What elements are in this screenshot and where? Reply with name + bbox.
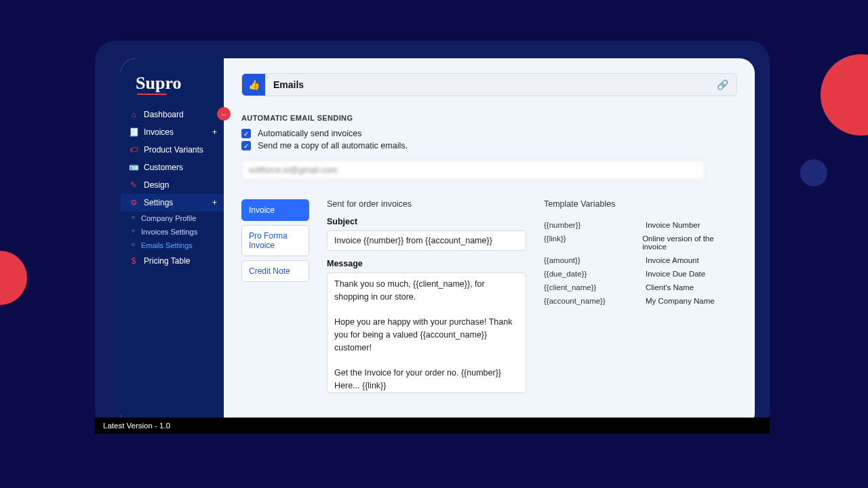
invoice-icon: 🧾 bbox=[129, 127, 138, 137]
tab-invoice[interactable]: Invoice bbox=[241, 199, 309, 221]
sidebar-item-label: Product Variants bbox=[144, 145, 203, 155]
collapse-sidebar-button[interactable]: ← bbox=[217, 107, 231, 121]
main-content: 👍 Emails 🔗 AUTOMATIC EMAIL SENDING ✓ Aut… bbox=[224, 58, 755, 428]
sidebar: Supro ⌂ Dashboard 🧾 Invoices + 🏷 Product… bbox=[121, 58, 224, 428]
email-input[interactable] bbox=[241, 160, 705, 180]
version-footer: Latest Version - 1.0 bbox=[95, 418, 770, 434]
template-tabs: Invoice Pro Forma Invoice Credit Note bbox=[241, 199, 309, 396]
home-icon: ⌂ bbox=[129, 110, 138, 119]
template-form: Sent for order invoices Subject Message bbox=[327, 199, 526, 396]
sidebar-item-label: Design bbox=[144, 180, 169, 190]
sidebar-sub-invoices-settings[interactable]: Invoices Settings bbox=[121, 225, 224, 239]
subject-input[interactable] bbox=[327, 230, 526, 251]
device-frame: Supro ⌂ Dashboard 🧾 Invoices + 🏷 Product… bbox=[95, 41, 770, 434]
sidebar-item-label: Pricing Table bbox=[144, 256, 190, 266]
sidebar-item-label: Dashboard bbox=[144, 110, 184, 119]
tag-icon: 🏷 bbox=[129, 145, 138, 155]
decoration bbox=[800, 159, 827, 186]
var-row: {{amount}}Invoice Amount bbox=[544, 256, 737, 264]
var-row: {{link}}Online version of the invoice bbox=[544, 235, 737, 251]
checkbox-auto-send[interactable]: ✓ Automatically send invoices bbox=[241, 129, 737, 138]
var-row: {{client_name}}Client's Name bbox=[544, 283, 737, 291]
template-variables: Template Variables {{number}}Invoice Num… bbox=[544, 199, 737, 396]
sidebar-sub-company-profile[interactable]: Company Profile bbox=[121, 211, 224, 225]
sidebar-item-product-variants[interactable]: 🏷 Product Variants bbox=[121, 141, 224, 159]
checkbox-label: Automatically send invoices bbox=[258, 129, 362, 138]
checkbox-label: Send me a copy of all automatic emails. bbox=[258, 141, 408, 150]
decoration bbox=[0, 251, 27, 305]
plus-icon[interactable]: + bbox=[212, 127, 217, 137]
var-row: {{number}}Invoice Number bbox=[544, 221, 737, 229]
gear-icon: ⚙ bbox=[129, 198, 138, 207]
version-text: Latest Version - 1.0 bbox=[103, 422, 170, 430]
content-row: Invoice Pro Forma Invoice Credit Note Se… bbox=[241, 199, 737, 396]
logo: Supro bbox=[121, 70, 224, 106]
sidebar-item-invoices[interactable]: 🧾 Invoices + bbox=[121, 123, 224, 141]
sidebar-item-label: Settings bbox=[144, 198, 173, 207]
decoration bbox=[821, 54, 868, 136]
thumbs-up-icon: 👍 bbox=[242, 73, 265, 96]
vars-title: Template Variables bbox=[544, 199, 737, 209]
user-icon: 🪪 bbox=[129, 163, 138, 172]
checkbox-copy-me[interactable]: ✓ Send me a copy of all automatic emails… bbox=[241, 141, 737, 150]
sidebar-item-customers[interactable]: 🪪 Customers bbox=[121, 159, 224, 176]
sidebar-item-dashboard[interactable]: ⌂ Dashboard bbox=[121, 106, 224, 123]
link-icon[interactable]: 🔗 bbox=[717, 79, 736, 90]
page-header: 👍 Emails 🔗 bbox=[241, 73, 737, 96]
var-row: {{due_date}}Invoice Due Date bbox=[544, 270, 737, 278]
sidebar-item-label: Customers bbox=[144, 163, 183, 172]
message-textarea[interactable] bbox=[327, 272, 526, 393]
tab-pro-forma[interactable]: Pro Forma Invoice bbox=[241, 225, 309, 256]
form-description: Sent for order invoices bbox=[327, 199, 526, 209]
section-title: AUTOMATIC EMAIL SENDING bbox=[241, 114, 737, 122]
page-title: Emails bbox=[265, 79, 717, 90]
var-row: {{account_name}}My Company Name bbox=[544, 297, 737, 305]
subject-label: Subject bbox=[327, 217, 526, 226]
plus-icon[interactable]: + bbox=[212, 198, 217, 207]
sidebar-item-label: Invoices bbox=[144, 127, 174, 137]
check-icon[interactable]: ✓ bbox=[241, 129, 251, 138]
design-icon: ✎ bbox=[129, 180, 138, 190]
dollar-icon: $ bbox=[129, 256, 138, 266]
sidebar-sub-emails-settings[interactable]: Emails Settings bbox=[121, 239, 224, 252]
message-label: Message bbox=[327, 259, 526, 268]
screen: Supro ⌂ Dashboard 🧾 Invoices + 🏷 Product… bbox=[121, 58, 755, 428]
check-icon[interactable]: ✓ bbox=[241, 141, 251, 150]
tab-credit-note[interactable]: Credit Note bbox=[241, 260, 309, 282]
sidebar-item-settings[interactable]: ⚙ Settings + bbox=[121, 194, 224, 211]
sidebar-item-pricing-table[interactable]: $ Pricing Table bbox=[121, 252, 224, 270]
sidebar-item-design[interactable]: ✎ Design bbox=[121, 176, 224, 194]
